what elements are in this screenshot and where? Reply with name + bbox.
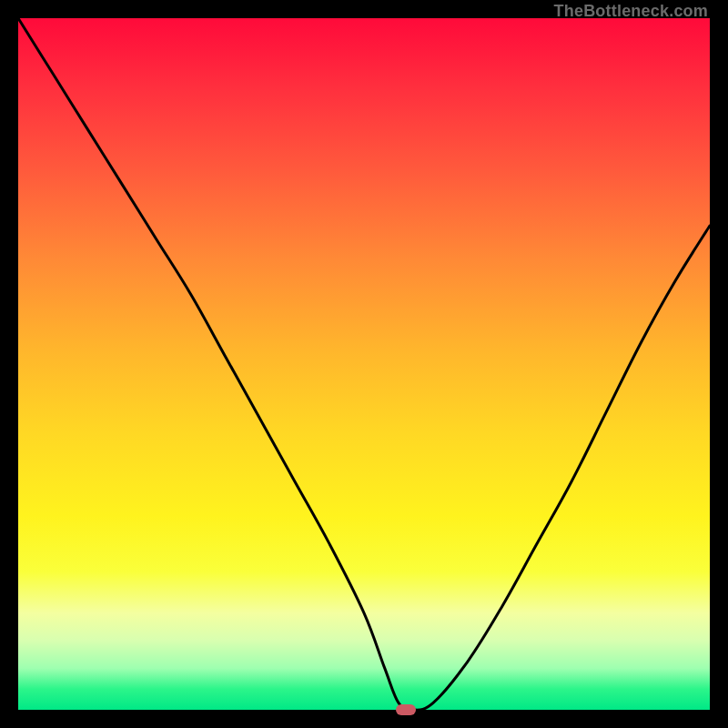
minimum-marker xyxy=(396,704,416,715)
chart-frame: TheBottleneck.com xyxy=(18,18,710,710)
bottleneck-curve xyxy=(18,18,710,710)
plot-area xyxy=(18,18,710,710)
curve-svg xyxy=(18,18,710,710)
